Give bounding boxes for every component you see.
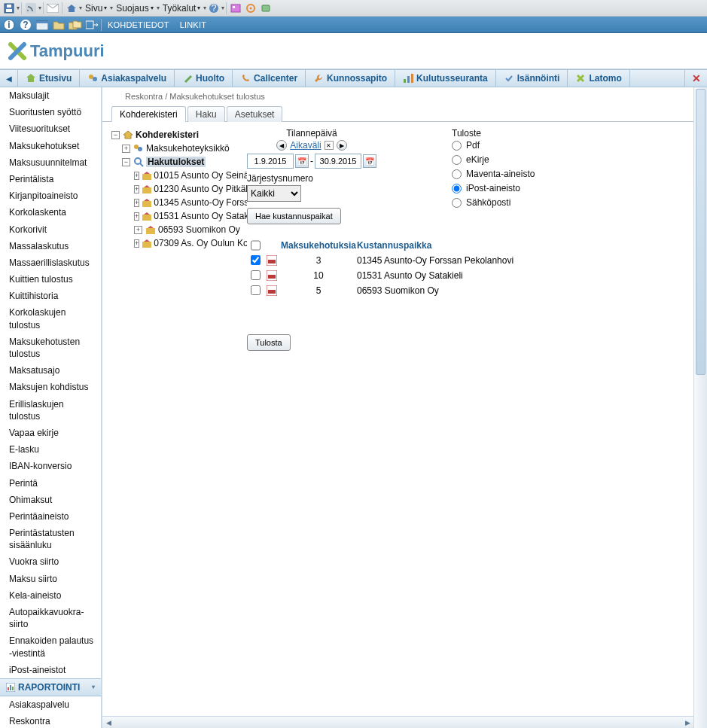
side-item[interactable]: Ohimaksut	[0, 492, 101, 508]
tree-search-results[interactable]: − Hakutulokset	[111, 155, 247, 169]
scroll-thumb[interactable]	[696, 89, 705, 375]
tab-asiakaspalvelu[interactable]: Asiakaspalvelu	[80, 70, 175, 87]
pdf-icon[interactable]	[267, 255, 277, 266]
nav-close[interactable]: ✕	[684, 70, 707, 87]
side-item[interactable]: Vapaa ekirje	[0, 425, 101, 441]
tulosta-button[interactable]: Tulosta	[247, 334, 291, 351]
prev-period-button[interactable]: ◀	[276, 140, 287, 151]
rss-icon[interactable]	[23, 2, 38, 15]
side-item[interactable]: Maksusuunnitelmat	[0, 154, 101, 171]
clear-period-button[interactable]: ✕	[325, 141, 334, 150]
date-to-input[interactable]	[315, 154, 361, 169]
tool-icon-3[interactable]	[258, 2, 273, 15]
mail-icon[interactable]	[45, 2, 60, 15]
panel-tab-haku[interactable]: Haku	[187, 106, 225, 122]
tree-item[interactable]: +01345 Asunto-Oy Forssa	[111, 196, 247, 209]
side-item[interactable]: IBAN-konversio	[0, 458, 101, 474]
radio-ekirje[interactable]: eKirje	[452, 154, 535, 165]
side-item[interactable]: Autopaikkavuokra-siirto	[0, 604, 101, 632]
side-item[interactable]: Maksulajit	[0, 87, 101, 104]
logout-icon[interactable]	[84, 18, 99, 32]
help-icon[interactable]: ?	[206, 2, 221, 15]
info-icon[interactable]: i	[2, 18, 17, 32]
side-item[interactable]: Kirjanpitoaineisto	[0, 187, 101, 204]
col-kustannuspaikka[interactable]: Kustannuspaikka	[357, 240, 687, 251]
col-maksukehotuksia[interactable]: Maksukehotuksia	[280, 240, 357, 251]
side-item[interactable]: Maksukehotukset	[0, 138, 101, 154]
menu-tyokalut[interactable]: Työkalut	[160, 3, 204, 14]
tree-item[interactable]: +01015 Asunto Oy Seinäjo	[111, 169, 247, 182]
vscrollbar[interactable]	[693, 87, 707, 728]
side-item[interactable]: Maksukehotusten tulostus	[0, 334, 101, 362]
pdf-icon[interactable]	[267, 270, 277, 281]
side-item[interactable]: Ennakoiden palautus -viestintä	[0, 632, 101, 661]
tab-kunnossapito[interactable]: Kunnossapito	[306, 70, 395, 87]
nav-scroll-left[interactable]: ◀	[0, 70, 18, 87]
tab-etusivu[interactable]: Etusivu	[18, 70, 80, 87]
side-item[interactable]: Maksu siirto	[0, 571, 101, 587]
next-period-button[interactable]: ▶	[337, 140, 347, 151]
side-item[interactable]: Perintästatusten sisäänluku	[0, 525, 101, 553]
side-item[interactable]: Perintä	[0, 475, 101, 492]
save-icon[interactable]	[2, 2, 17, 15]
menu-suojaus[interactable]: Suojaus	[113, 3, 156, 14]
side-item[interactable]: Korkolaskujen tulostus	[0, 304, 101, 333]
side-item[interactable]: Kela-aineisto	[0, 587, 101, 604]
side-item[interactable]: Massalaskutus	[0, 238, 101, 254]
date-from-input[interactable]	[247, 154, 294, 169]
side-item[interactable]: Kuittien tulostus	[0, 271, 101, 288]
side-item[interactable]: Massaerillislaskutus	[0, 254, 101, 271]
side-item[interactable]: iPost-aineistot	[0, 662, 101, 678]
calendar-from-button[interactable]: 📅	[295, 154, 309, 168]
row-checkbox[interactable]	[251, 255, 261, 265]
tree-item[interactable]: +01531 Asunto Oy Satakie	[111, 209, 247, 223]
scroll-left-arrow[interactable]: ◀	[102, 717, 114, 728]
side-item[interactable]: Vuokra siirto	[0, 553, 101, 570]
pdf-icon[interactable]	[267, 285, 277, 296]
side-item[interactable]: Reskontra	[0, 713, 101, 728]
tab-latomo[interactable]: Latomo	[568, 70, 629, 87]
side-item[interactable]: Korkorivit	[0, 221, 101, 238]
side-item[interactable]: Kuittihistoria	[0, 288, 101, 304]
panel-tab-asetukset[interactable]: Asetukset	[227, 106, 283, 122]
side-item[interactable]: Viitesuoritukset	[0, 120, 101, 137]
folder-icon[interactable]	[51, 18, 66, 32]
scroll-right-arrow[interactable]: ▶	[681, 717, 693, 728]
side-item[interactable]: Erillislaskujen tulostus	[0, 396, 101, 425]
tree-item[interactable]: +06593 Suomikon Oy	[111, 223, 247, 236]
side-item[interactable]: Suoritusten syöttö	[0, 104, 101, 120]
hscrollbar[interactable]: ◀ ▶	[102, 716, 693, 728]
side-item[interactable]: Perintäaineisto	[0, 508, 101, 525]
side-item[interactable]: Asiakaspalvelu	[0, 696, 101, 713]
calendar-to-button[interactable]: 📅	[363, 154, 376, 168]
home-icon[interactable]	[64, 2, 79, 15]
tab-isannointi[interactable]: Isännöinti	[496, 70, 568, 87]
section-raportointi[interactable]: RAPORTOINTI ▾	[0, 678, 101, 696]
side-item[interactable]: Perintälista	[0, 171, 101, 187]
tool-icon-1[interactable]	[228, 2, 243, 15]
side-item[interactable]: Maksatusajo	[0, 362, 101, 379]
tree-item[interactable]: +01230 Asunto Oy Pitkäka	[111, 182, 247, 196]
side-item[interactable]: Maksujen kohdistus	[0, 379, 101, 395]
row-checkbox[interactable]	[251, 270, 261, 280]
select-all-checkbox[interactable]	[251, 240, 261, 251]
tab-kulutusseuranta[interactable]: Kulutusseuranta	[395, 70, 496, 87]
tree-item[interactable]: +07309 As. Oy Oulun Kotil	[111, 236, 247, 250]
side-item[interactable]: Korkolaskenta	[0, 204, 101, 221]
row-checkbox[interactable]	[251, 285, 261, 295]
aikavali-link[interactable]: Aikaväli	[290, 140, 321, 151]
panel-tab-kohderekisteri[interactable]: Kohderekisteri	[111, 106, 186, 122]
link-kohdetiedot[interactable]: Kohdetiedot	[103, 20, 174, 29]
link-linkit[interactable]: Linkit	[175, 20, 211, 29]
tab-huolto[interactable]: Huolto	[175, 70, 233, 87]
hae-kustannuspaikat-button[interactable]: Hae kustannuspaikat	[247, 208, 341, 224]
radio-pdf[interactable]: Pdf	[452, 140, 535, 151]
calendar-icon[interactable]	[35, 18, 50, 32]
jarjestys-select[interactable]: Kaikki	[247, 185, 301, 202]
menu-sivu[interactable]: Sivu	[82, 3, 110, 14]
radio-sahkoposti[interactable]: Sähköposti	[452, 197, 535, 208]
tab-callcenter[interactable]: Callcenter	[233, 70, 306, 87]
side-item[interactable]: E-lasku	[0, 441, 101, 458]
folders-icon[interactable]	[68, 18, 83, 32]
tree-root[interactable]: − Kohderekisteri	[111, 128, 247, 142]
